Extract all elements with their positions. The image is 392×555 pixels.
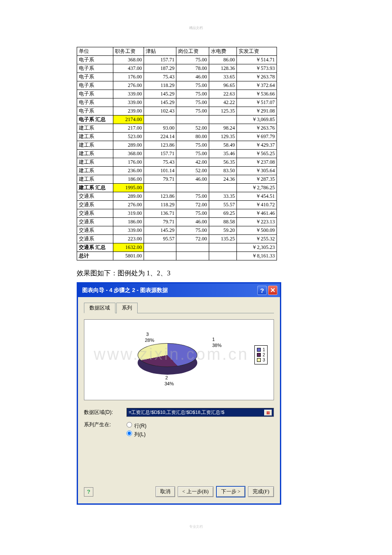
table-cell: 289.00 xyxy=(113,192,144,201)
table-cell xyxy=(144,252,176,260)
table-cell: ￥263.76 xyxy=(237,124,277,133)
table-cell xyxy=(176,184,209,192)
tab-series[interactable]: 系列 xyxy=(116,303,138,313)
table-cell: ￥263.78 xyxy=(237,73,277,81)
cancel-button[interactable]: 取消 xyxy=(156,486,175,497)
table-cell: 建工系 xyxy=(77,150,113,158)
pie-label-3-pct: 28% xyxy=(145,338,154,343)
table-cell: 75.00 xyxy=(176,141,209,150)
radio-cols-label: 列(L) xyxy=(134,431,146,437)
table-cell: 98.24 xyxy=(209,124,236,133)
table-cell: 2174.00 xyxy=(113,116,144,124)
help-icon[interactable]: ? xyxy=(84,487,93,497)
legend-swatch-3 xyxy=(257,358,261,362)
table-cell: 5801.00 xyxy=(113,252,144,260)
table-cell: 69.25 xyxy=(209,209,236,218)
table-cell: 224.14 xyxy=(144,133,176,141)
caption-text: 效果图如下：图例处为 1、2、3 xyxy=(77,269,315,278)
table-cell: 电子系 xyxy=(77,81,113,90)
radio-rows-label: 行(R) xyxy=(134,423,147,429)
table-cell: 223.00 xyxy=(113,235,144,243)
table-cell: ￥697.79 xyxy=(237,133,277,141)
table-cell: 125.35 xyxy=(209,107,236,116)
data-range-input[interactable]: =工资汇总!$D$10,工资汇总!$D$18,工资汇总!$ ▦ xyxy=(127,408,274,417)
table-row: 交通系 汇总1632.00￥2,305.23 xyxy=(77,243,277,252)
table-cell xyxy=(209,184,236,192)
table-cell: ￥237.08 xyxy=(237,158,277,167)
tab-strip: 数据区域 系列 xyxy=(84,302,274,313)
table-cell: 123.86 xyxy=(144,141,176,150)
table-cell: 187.29 xyxy=(144,64,176,73)
table-row: 电子系176.0075.4346.0033.65￥263.78 xyxy=(77,73,277,81)
table-cell xyxy=(176,252,209,260)
table-cell: 339.00 xyxy=(113,226,144,235)
table-cell: 75.00 xyxy=(176,209,209,218)
table-cell: 46.00 xyxy=(176,175,209,184)
table-cell: 128.36 xyxy=(209,64,236,73)
table-cell: ￥536.66 xyxy=(237,90,277,98)
pie-label-2-pct: 34% xyxy=(164,381,174,386)
table-row: 电子系276.00118.2975.0096.65￥372.64 xyxy=(77,81,277,90)
table-cell: ￥8,161.33 xyxy=(237,252,277,260)
table-cell: 交通系 xyxy=(77,192,113,201)
table-cell: ￥372.64 xyxy=(237,81,277,90)
table-cell: 86.00 xyxy=(209,56,236,64)
table-cell: 157.71 xyxy=(144,150,176,158)
series-in-label: 系列产生在: xyxy=(84,421,127,428)
table-cell: ￥429.37 xyxy=(237,141,277,150)
titlebar-close-button[interactable]: ✕ xyxy=(268,286,277,295)
table-cell: 276.00 xyxy=(113,201,144,209)
table-cell: ￥500.09 xyxy=(237,226,277,235)
table-cell: ￥2,786.25 xyxy=(237,184,277,192)
tab-data-range[interactable]: 数据区域 xyxy=(84,303,115,313)
table-cell: 276.00 xyxy=(113,81,144,90)
back-button[interactable]: < 上一步(B) xyxy=(178,486,213,497)
table-cell: 电子系 xyxy=(77,98,113,107)
data-range-value: =工资汇总!$D$10,工资汇总!$D$18,工资汇总!$ xyxy=(129,409,263,416)
table-cell: 75.00 xyxy=(176,98,209,107)
table-cell: 176.00 xyxy=(113,73,144,81)
dialog-title: 图表向导 - 4 步骤之 2 - 图表源数据 xyxy=(82,286,256,294)
table-cell xyxy=(144,243,176,252)
table-cell: 239.00 xyxy=(113,107,144,116)
table-cell: 建工系 xyxy=(77,141,113,150)
table-cell: 22.63 xyxy=(209,90,236,98)
table-cell: ￥461.46 xyxy=(237,209,277,218)
table-cell: 176.00 xyxy=(113,158,144,167)
table-cell: 75.43 xyxy=(144,73,176,81)
next-button[interactable]: 下一步 > xyxy=(216,486,246,497)
titlebar-help-button[interactable]: ? xyxy=(257,286,267,295)
table-cell xyxy=(209,252,236,260)
table-header: 职务工资 xyxy=(113,47,144,56)
table-cell: 523.00 xyxy=(113,133,144,141)
table-cell: 56.35 xyxy=(209,158,236,167)
range-selector-icon[interactable]: ▦ xyxy=(264,410,272,416)
table-cell xyxy=(209,243,236,252)
table-cell: 101.14 xyxy=(144,167,176,175)
table-cell: 42.22 xyxy=(209,98,236,107)
table-cell xyxy=(144,184,176,192)
table-row: 建工系 汇总1995.00￥2,786.25 xyxy=(77,184,277,192)
table-cell: 电子系 xyxy=(77,73,113,81)
table-row: 建工系186.0079.7146.0024.36￥287.35 xyxy=(77,175,277,184)
table-cell: 339.00 xyxy=(113,90,144,98)
salary-table: 单位职务工资津贴岗位工资水电费实发工资 电子系368.00157.7175.00… xyxy=(77,47,277,260)
table-cell: 24.36 xyxy=(209,175,236,184)
table-cell: 319.00 xyxy=(113,209,144,218)
table-cell: 交通系 xyxy=(77,218,113,226)
table-cell: 55.57 xyxy=(209,201,236,209)
table-cell: 72.00 xyxy=(176,201,209,209)
table-cell: 78.00 xyxy=(176,64,209,73)
titlebar: 图表向导 - 4 步骤之 2 - 图表源数据 ? ✕ xyxy=(78,283,280,297)
table-row: 交通系339.00145.2975.0059.20￥500.09 xyxy=(77,226,277,235)
table-cell: 368.00 xyxy=(113,150,144,158)
table-cell: 145.29 xyxy=(144,98,176,107)
table-header: 津贴 xyxy=(144,47,176,56)
finish-button[interactable]: 完成(F) xyxy=(248,486,274,497)
table-cell: 42.00 xyxy=(176,158,209,167)
table-cell: 46.00 xyxy=(176,218,209,226)
radio-rows[interactable] xyxy=(127,422,132,428)
table-row: 建工系217.0093.0052.0098.24￥263.76 xyxy=(77,124,277,133)
radio-cols[interactable] xyxy=(127,431,132,436)
table-cell: ￥454.51 xyxy=(237,192,277,201)
